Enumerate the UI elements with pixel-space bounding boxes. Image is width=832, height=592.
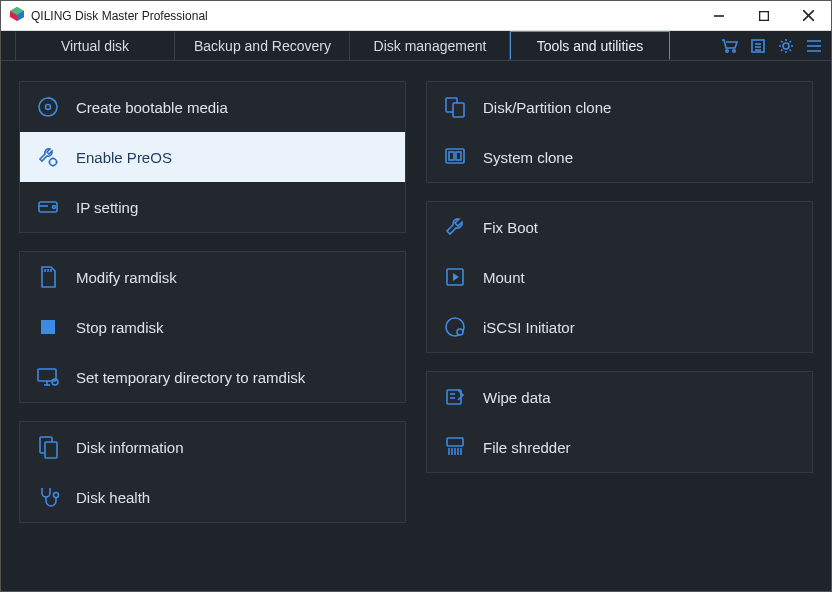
- item-modify-ramdisk[interactable]: Modify ramdisk: [20, 252, 405, 302]
- item-label: Stop ramdisk: [76, 319, 164, 336]
- item-label: Disk/Partition clone: [483, 99, 611, 116]
- monitor-gear-icon: [36, 365, 60, 389]
- item-label: Mount: [483, 269, 525, 286]
- svg-point-19: [50, 159, 57, 166]
- item-label: Disk information: [76, 439, 184, 456]
- item-mount[interactable]: Mount: [427, 252, 812, 302]
- wrench-gear-icon: [36, 145, 60, 169]
- app-title: QILING Disk Master Professional: [31, 9, 208, 23]
- item-label: Wipe data: [483, 389, 551, 406]
- item-fix-boot[interactable]: Fix Boot: [427, 202, 812, 252]
- left-column: Create bootable media Enable PreOS IP se…: [19, 81, 406, 571]
- app-window: QILING Disk Master Professional Virtual …: [0, 0, 832, 592]
- svg-marker-40: [453, 273, 459, 281]
- toolbar-icons: [721, 31, 831, 60]
- clone-icon: [443, 95, 467, 119]
- panel-boot-tools: Create bootable media Enable PreOS IP se…: [19, 81, 406, 233]
- item-label: System clone: [483, 149, 573, 166]
- item-ip-setting[interactable]: IP setting: [20, 182, 405, 232]
- iscsi-icon: [443, 315, 467, 339]
- svg-rect-20: [39, 202, 57, 212]
- item-label: Enable PreOS: [76, 149, 172, 166]
- item-disk-partition-clone[interactable]: Disk/Partition clone: [427, 82, 812, 132]
- item-disk-health[interactable]: Disk health: [20, 472, 405, 522]
- item-label: iSCSI Initiator: [483, 319, 575, 336]
- panel-data-tools: Wipe data File shredder: [426, 371, 813, 473]
- svg-rect-37: [449, 152, 454, 160]
- panel-disk-health: Disk information Disk health: [19, 421, 406, 523]
- list-icon[interactable]: [749, 37, 767, 55]
- item-label: Disk health: [76, 489, 150, 506]
- close-button[interactable]: [786, 1, 831, 31]
- item-wipe-data[interactable]: Wipe data: [427, 372, 812, 422]
- play-box-icon: [443, 265, 467, 289]
- stop-icon: [36, 315, 60, 339]
- svg-point-21: [53, 206, 56, 209]
- svg-rect-32: [45, 442, 57, 458]
- tab-virtual-disk[interactable]: Virtual disk: [15, 31, 175, 60]
- tab-tools-utilities[interactable]: Tools and utilities: [510, 31, 670, 60]
- gear-icon[interactable]: [777, 37, 795, 55]
- maximize-button[interactable]: [741, 1, 786, 31]
- item-label: Create bootable media: [76, 99, 228, 116]
- item-system-clone[interactable]: System clone: [427, 132, 812, 182]
- system-clone-icon: [443, 145, 467, 169]
- item-stop-ramdisk[interactable]: Stop ramdisk: [20, 302, 405, 352]
- tab-backup-recovery[interactable]: Backup and Recovery: [175, 31, 350, 60]
- item-disk-information[interactable]: Disk information: [20, 422, 405, 472]
- item-label: IP setting: [76, 199, 138, 216]
- disc-icon: [36, 95, 60, 119]
- cart-icon[interactable]: [721, 37, 739, 55]
- svg-point-42: [457, 329, 463, 335]
- svg-point-18: [46, 105, 51, 110]
- item-create-bootable-media[interactable]: Create bootable media: [20, 82, 405, 132]
- menu-icon[interactable]: [805, 37, 823, 55]
- tab-disk-management[interactable]: Disk management: [350, 31, 510, 60]
- panel-misc-tools: Fix Boot Mount iSCSI Initiator: [426, 201, 813, 353]
- item-label: File shredder: [483, 439, 571, 456]
- minimize-button[interactable]: [696, 1, 741, 31]
- wrench-icon: [443, 215, 467, 239]
- svg-point-13: [783, 43, 789, 49]
- svg-rect-26: [41, 320, 55, 334]
- app-logo-icon: [9, 6, 25, 25]
- svg-point-7: [726, 49, 728, 51]
- content-area: Create bootable media Enable PreOS IP se…: [1, 61, 831, 591]
- svg-rect-35: [453, 103, 464, 117]
- item-label: Modify ramdisk: [76, 269, 177, 286]
- svg-point-33: [54, 493, 59, 498]
- item-set-temp-ramdisk[interactable]: Set temporary directory to ramdisk: [20, 352, 405, 402]
- svg-rect-46: [447, 438, 463, 446]
- tabbar: Virtual disk Backup and Recovery Disk ma…: [1, 31, 831, 61]
- panel-ramdisk: Modify ramdisk Stop ramdisk Set temporar…: [19, 251, 406, 403]
- right-column: Disk/Partition clone System clone: [426, 81, 813, 571]
- disk-info-icon: [36, 435, 60, 459]
- network-card-icon: [36, 195, 60, 219]
- eraser-icon: [443, 385, 467, 409]
- item-enable-preos[interactable]: Enable PreOS: [20, 132, 405, 182]
- item-label: Set temporary directory to ramdisk: [76, 369, 305, 386]
- svg-point-30: [52, 379, 58, 385]
- svg-point-8: [733, 49, 735, 51]
- sd-card-icon: [36, 265, 60, 289]
- svg-rect-38: [456, 152, 461, 160]
- item-file-shredder[interactable]: File shredder: [427, 422, 812, 472]
- titlebar: QILING Disk Master Professional: [1, 1, 831, 31]
- stethoscope-icon: [36, 485, 60, 509]
- panel-clone: Disk/Partition clone System clone: [426, 81, 813, 183]
- item-iscsi-initiator[interactable]: iSCSI Initiator: [427, 302, 812, 352]
- svg-rect-43: [447, 390, 461, 404]
- shredder-icon: [443, 435, 467, 459]
- app-body: Virtual disk Backup and Recovery Disk ma…: [1, 31, 831, 591]
- item-label: Fix Boot: [483, 219, 538, 236]
- svg-rect-4: [759, 11, 768, 20]
